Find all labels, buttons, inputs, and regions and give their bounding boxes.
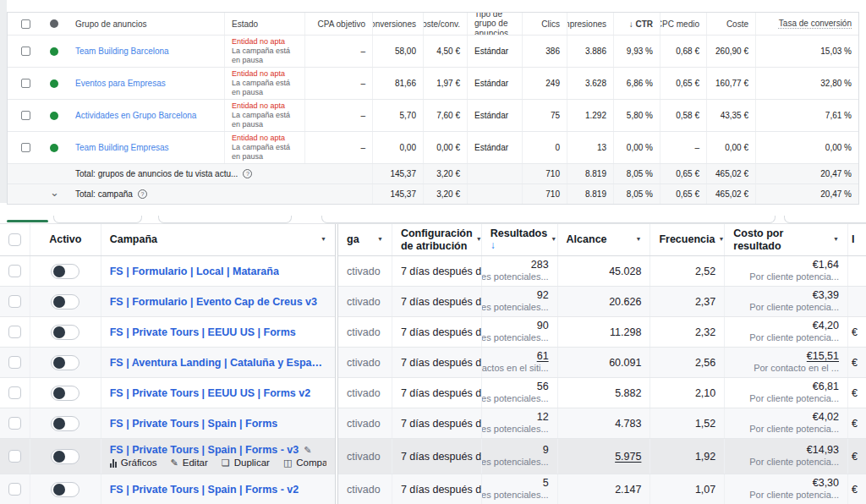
- compare-icon: ◫: [283, 457, 292, 468]
- status-filter-icon[interactable]: [50, 19, 58, 28]
- campaign-link[interactable]: FS | Private Tours | EEUU US | Forms v2: [110, 387, 310, 399]
- col-alcance[interactable]: Alcance▼: [558, 224, 651, 255]
- col-tipo-grupo[interactable]: Tipo de grupo de anuncios: [468, 13, 523, 35]
- row-checkbox[interactable]: [8, 356, 21, 369]
- cell-impresiones: 3.628: [567, 68, 614, 99]
- campaign-toggle[interactable]: [51, 386, 79, 401]
- cell-entrega: ctivado: [338, 287, 392, 316]
- resultados-subtitle: Clientes potenciales...: [482, 332, 549, 344]
- cell-tipo: Estándar: [468, 68, 523, 99]
- col-configuracion-atribucion[interactable]: Configuración de atribución▼: [392, 224, 482, 255]
- select-all-checkbox[interactable]: [21, 19, 30, 29]
- row-checkbox[interactable]: [8, 386, 21, 399]
- col-impresiones[interactable]: Impresiones: [567, 13, 614, 35]
- col-ctr-sorted[interactable]: ↓ CTR: [614, 13, 660, 35]
- adgroup-link[interactable]: Eventos para Empresas: [75, 79, 166, 88]
- cell-atribucion: 7 días después d...: [392, 408, 482, 438]
- totals-label: Total: campaña: [75, 189, 133, 199]
- campaign-toggle[interactable]: [51, 449, 79, 464]
- status-enabled-icon[interactable]: [50, 79, 58, 88]
- campaign-toggle[interactable]: [51, 482, 79, 497]
- edit-name-pencil-icon[interactable]: ✎: [304, 445, 311, 455]
- campaign-link[interactable]: FS | Private Tours | Spain | Forms - v2: [110, 484, 299, 496]
- col-grupo-de-anuncios[interactable]: Grupo de anuncios: [69, 13, 225, 35]
- cell-entrega: ctivado: [338, 474, 392, 504]
- col-costo-por-resultado[interactable]: Costo por resultado▼: [725, 224, 848, 255]
- row-checkbox[interactable]: [21, 111, 30, 120]
- cell-resultados[interactable]: 61: [537, 350, 549, 364]
- campaign-link[interactable]: FS | Formulario | Evento Cap de Creus v3: [110, 296, 317, 308]
- col-estado[interactable]: Estado: [225, 13, 305, 35]
- cell-alcance: 2.147: [558, 474, 651, 504]
- cell-alcance[interactable]: 5.975: [615, 451, 641, 463]
- col-cpc-medio[interactable]: CPC medio: [660, 13, 707, 35]
- adgroup-link[interactable]: Actividades en Grupo Barcelona: [75, 111, 196, 120]
- col-campana[interactable]: Campaña▼: [101, 224, 335, 255]
- campaign-link[interactable]: FS | Private Tours | EEUU US | Forms: [110, 326, 296, 338]
- cell-costo[interactable]: €15,51: [807, 350, 839, 364]
- tab-outline[interactable]: [158, 216, 292, 223]
- tab-outline[interactable]: [53, 216, 142, 223]
- select-all-checkbox[interactable]: [8, 233, 21, 246]
- col-tasa-conversion[interactable]: Tasa de conversión: [779, 19, 852, 29]
- campaign-link[interactable]: FS | Formulario | Local | Mataraña: [110, 266, 279, 277]
- campaign-link[interactable]: FS | Private Tours | Spain | Forms: [110, 418, 278, 430]
- col-frecuencia[interactable]: Frecuencia▼: [650, 224, 725, 255]
- cell-cpc: 0,68 €: [660, 36, 707, 67]
- metrics-panel: ga▼ Configuración de atribución▼ Resulta…: [337, 224, 866, 504]
- help-icon[interactable]: ?: [138, 189, 147, 199]
- campaign-link[interactable]: FS | Private Tours | Spain | Forms - v3: [110, 444, 299, 456]
- edit-button[interactable]: ✎Editar: [171, 457, 208, 469]
- estado-detail: La campaña está en pausa: [232, 47, 298, 65]
- cell-frecuencia: 1,92: [650, 439, 725, 474]
- row-checkbox[interactable]: [8, 450, 21, 463]
- row-checkbox[interactable]: [21, 143, 30, 152]
- adgroup-link[interactable]: Team Building Empresas: [75, 143, 169, 152]
- col-clics[interactable]: Clics: [523, 13, 567, 35]
- col-entrega-clipped[interactable]: ga▼: [338, 224, 392, 255]
- row-checkbox[interactable]: [21, 79, 30, 88]
- status-enabled-icon[interactable]: [50, 47, 58, 56]
- help-icon[interactable]: ?: [243, 169, 252, 178]
- estado-warning: Entidad no apta: [232, 69, 298, 79]
- cell-costo: €1,64: [813, 259, 839, 272]
- cell-clics: 249: [523, 68, 567, 99]
- col-coste[interactable]: Coste: [707, 13, 756, 35]
- adgroup-link[interactable]: Team Building Barcelona: [75, 47, 169, 56]
- cell-frecuencia: 2,32: [650, 317, 725, 347]
- row-checkbox[interactable]: [8, 417, 21, 430]
- estado-warning: Entidad no apta: [232, 134, 298, 143]
- chevron-down-icon[interactable]: ⌄: [50, 189, 59, 197]
- row-checkbox[interactable]: [8, 483, 21, 496]
- cell-coste: 465,02 €: [707, 184, 756, 204]
- row-checkbox[interactable]: [8, 295, 21, 308]
- status-enabled-icon[interactable]: [50, 112, 58, 120]
- charts-button[interactable]: Gráficos: [110, 457, 157, 469]
- campaign-toggle[interactable]: [51, 325, 79, 340]
- col-resultados-sorted[interactable]: Resultados↓▼: [482, 224, 558, 255]
- toolbar-outline[interactable]: [784, 216, 866, 223]
- row-checkbox[interactable]: [8, 326, 21, 338]
- col-conversiones[interactable]: Conversiones: [373, 13, 424, 35]
- campaign-toggle[interactable]: [51, 416, 79, 431]
- metrics-row-hovered: ctivado 7 días después d... 9Clientes po…: [338, 439, 866, 474]
- active-tab-underline[interactable]: [7, 220, 48, 222]
- col-coste-conv[interactable]: Coste/conv.: [424, 13, 468, 35]
- row-checkbox[interactable]: [8, 265, 21, 277]
- cell-tasa: 7,61 %: [756, 100, 858, 131]
- campaign-link[interactable]: FS | Aventura Landing | Cataluña y Españ…: [110, 357, 326, 369]
- campaign-toggle[interactable]: [51, 355, 79, 370]
- google-ads-adgroups-section: Grupo de anuncios Estado CPA objetivo Co…: [0, 0, 866, 213]
- cell-coste-conv: 1,97 €: [424, 68, 468, 99]
- costo-subtitle: Por cliente potencia...: [749, 424, 839, 436]
- col-activo: Activo: [30, 224, 101, 255]
- toolbar-outline[interactable]: [321, 216, 776, 223]
- compare-button[interactable]: ◫Comparar: [283, 457, 326, 469]
- campaign-toggle[interactable]: [51, 294, 79, 310]
- campaign-toggle[interactable]: [51, 264, 79, 279]
- row-checkbox[interactable]: [21, 47, 30, 56]
- status-enabled-icon[interactable]: [50, 144, 58, 152]
- col-cpa-objetivo[interactable]: CPA objetivo: [305, 13, 373, 35]
- cell-coste: 160,77 €: [707, 68, 756, 99]
- duplicate-button[interactable]: ❏Duplicar: [222, 457, 270, 469]
